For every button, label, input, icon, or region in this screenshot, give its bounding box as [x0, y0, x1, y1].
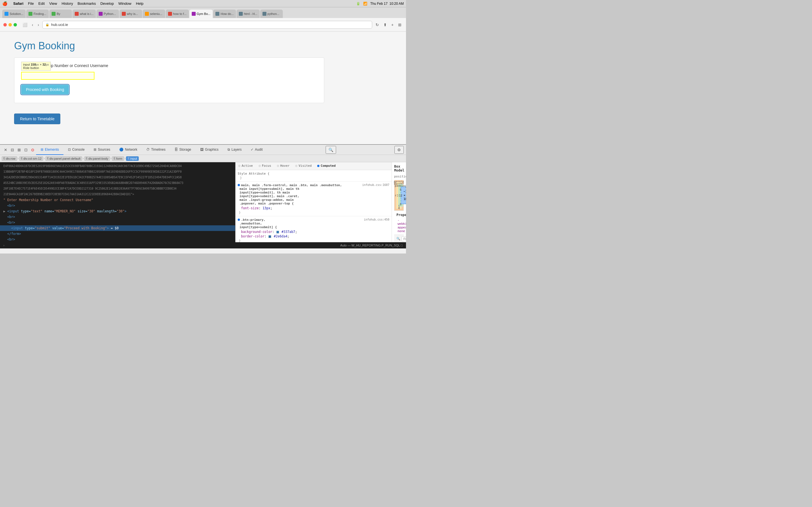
source-panel[interactable]: E4F08A248D0A1B7DCBE52019F08D86E9A61E253C…	[0, 162, 236, 242]
bc-panel[interactable]: E div.panel.panel-default	[45, 156, 82, 161]
menu-view[interactable]: View	[49, 1, 57, 6]
properties-webkit: -webkit-appearance: none	[396, 218, 402, 233]
dt-tab-network[interactable]: 🔵 Network	[115, 145, 142, 155]
subtab-hover[interactable]: Hover	[274, 162, 292, 170]
member-number-input[interactable]	[21, 72, 94, 80]
maximize-button[interactable]	[13, 23, 17, 26]
tab-8[interactable]: Gym Bo...	[190, 10, 213, 18]
subtab-visited[interactable]: Visited	[292, 162, 314, 170]
devtools-close[interactable]: ✕	[2, 147, 9, 153]
input-wrapper: input 158px × 32px Role button	[21, 72, 94, 80]
dt-tab-graphics[interactable]: 🖼 Graphics	[196, 145, 223, 155]
bc-arrow-2: ›	[44, 157, 45, 160]
tab-9[interactable]: How do...	[213, 10, 236, 18]
prop-name-2: background-color	[241, 230, 272, 234]
dt-tab-audit[interactable]: ✓ Audit	[246, 145, 267, 155]
tab-favicon-0	[4, 12, 8, 16]
color-swatch-bordercolor	[268, 235, 271, 238]
bc-form[interactable]: E form	[112, 156, 124, 161]
dt-tab-elements[interactable]: ⊞ Elements	[36, 145, 63, 155]
grid-button[interactable]: ⊞	[397, 21, 403, 28]
new-tab-button[interactable]: +	[390, 21, 395, 28]
source-line-2: 341A2DE5DCBBDE29DA3653148F714CD1922E1FEE…	[0, 175, 235, 180]
devtools-settings-gear[interactable]: ⚙	[395, 146, 404, 154]
devtools-settings[interactable]: ⊙	[29, 147, 36, 153]
dt-tab-layers[interactable]: ⧉ Layers	[223, 145, 246, 155]
tab-favicon-6	[145, 12, 149, 16]
bc-input[interactable]: E input	[126, 156, 139, 161]
traffic-lights	[3, 23, 17, 26]
tab-favicon-3	[75, 12, 79, 16]
properties-title: Properties +	[396, 213, 402, 217]
address-bar[interactable]: 🔒 hub.ucd.ie	[42, 21, 372, 29]
back-button[interactable]: ‹	[31, 21, 35, 28]
style-ref-2: infohub.css:450	[364, 218, 389, 230]
bc-tag-2: E	[47, 157, 49, 160]
tab-2[interactable]: By	[49, 10, 72, 18]
bc-arrow-1: ›	[18, 157, 18, 160]
devtools-dock-side[interactable]: ⊠	[16, 147, 22, 153]
minimize-button[interactable]	[8, 23, 12, 26]
return-button[interactable]: Return to Timetable	[14, 114, 60, 124]
apple-menu[interactable]: 🍎	[2, 1, 8, 6]
menu-bookmarks[interactable]: Bookmarks	[78, 1, 96, 6]
bc-panelbody[interactable]: E div.panel-body	[84, 156, 110, 161]
tab-1[interactable]: Finding...	[26, 10, 49, 18]
menu-safari[interactable]: Safari	[13, 1, 23, 6]
devtools-search[interactable]: 🔍	[326, 146, 336, 154]
style-rule-1-closing: }	[238, 211, 389, 214]
menu-history[interactable]: History	[61, 1, 73, 6]
subtab-focus-label: Focus	[262, 164, 271, 168]
reload-button[interactable]: ↻	[374, 21, 380, 28]
color-swatch-bgcolor	[276, 231, 279, 233]
source-line-12: </form>	[0, 231, 235, 237]
bc-colsm12[interactable]: E div.col-sm-12	[19, 156, 43, 161]
devtools-dock-bottom[interactable]: ⊡	[22, 147, 29, 153]
tab-3[interactable]: what is i...	[72, 10, 96, 18]
boxmodel-filter-bar: 🔍 Classes	[394, 235, 404, 242]
proceed-button[interactable]: Proceed with Booking	[21, 85, 69, 94]
tab-4[interactable]: Python...	[96, 10, 119, 18]
dt-tab-console[interactable]: ⊡ Console	[63, 145, 89, 155]
dt-tab-storage[interactable]: 🗄 Storage	[170, 145, 196, 155]
share-button[interactable]: ⬆	[382, 21, 388, 28]
bm-padding: padding 6 12 12 ~131.64 × 18 6	[398, 184, 403, 207]
audit-icon: ✓	[251, 148, 253, 152]
style-prop-bordercolor: border-color: #2e6da4;	[238, 234, 389, 238]
menu-file[interactable]: File	[28, 1, 34, 6]
menu-help[interactable]: Help	[136, 1, 144, 6]
menu-edit[interactable]: Edit	[38, 1, 45, 6]
bc-tag-3: E	[86, 157, 88, 160]
bc-text-3: div.panel-body	[88, 157, 108, 160]
subtab-computed[interactable]: Computed	[314, 162, 338, 170]
menu-window[interactable]: Window	[118, 1, 132, 6]
bc-divrow[interactable]: E div.row	[2, 156, 17, 161]
dt-tab-sources[interactable]: ⊞ Sources	[89, 145, 115, 155]
menu-develop[interactable]: Develop	[100, 1, 114, 6]
dt-tab-timelines[interactable]: ⏱ Timelines	[142, 145, 170, 155]
bc-tag-1: E	[21, 157, 23, 160]
tab-5[interactable]: why is...	[119, 10, 142, 18]
status-arrow[interactable]: ›	[3, 244, 4, 247]
close-button[interactable]	[3, 23, 7, 26]
subtab-focus[interactable]: Focus	[256, 162, 274, 170]
sidebar-toggle[interactable]: ⬜	[21, 21, 29, 28]
style-attr-title: Style Attribute {	[238, 172, 389, 175]
boxmodel-filter-input[interactable]	[402, 236, 406, 241]
tab-10[interactable]: html - H...	[237, 10, 260, 18]
style-selector-1: main, main .form-control, main .btn, mai…	[238, 183, 342, 205]
devtools-undock[interactable]: ⊟	[9, 147, 16, 153]
tab-6[interactable]: seleniu...	[143, 10, 165, 18]
tab-label-10: html - H...	[244, 12, 257, 15]
tab-11[interactable]: python...	[260, 10, 283, 18]
focus-dot	[259, 165, 261, 167]
tab-favicon-9	[215, 12, 219, 16]
style-rule-2-closing: }	[238, 239, 389, 242]
forward-button[interactable]: ›	[37, 21, 40, 28]
subtab-active[interactable]: Active	[236, 162, 256, 170]
tab-label-2: By	[57, 12, 60, 15]
tab-7[interactable]: how to f...	[166, 10, 189, 18]
prop-name-3: border-color	[241, 234, 264, 238]
tab-label-8: Gym Bo...	[197, 12, 211, 15]
tab-0[interactable]: Solution...	[2, 10, 26, 18]
